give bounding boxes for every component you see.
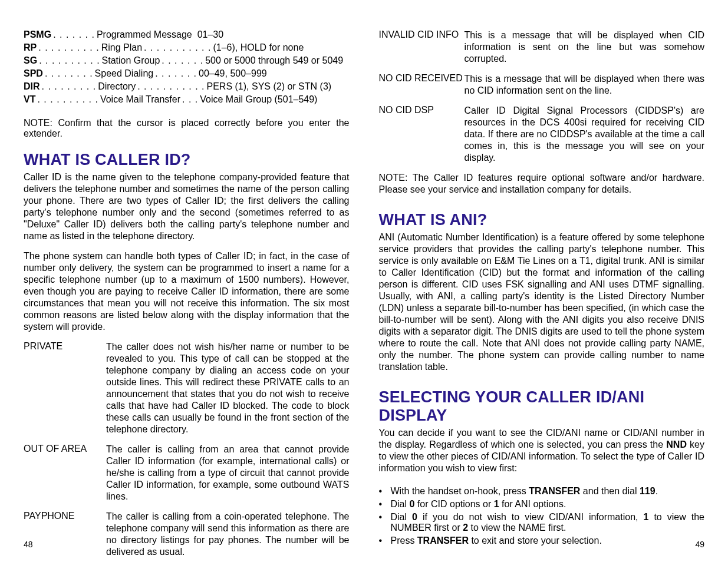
paragraph: Caller ID is the name given to the telep…: [24, 171, 350, 242]
code-val: (1–6), HOLD for none: [213, 42, 304, 53]
definition-text: The caller does not wish his/her name or…: [106, 341, 350, 435]
definition-row: INVALID CID INFO This is a message that …: [379, 29, 705, 65]
paragraph: ANI (Automatic Number Identification) is…: [379, 232, 705, 373]
text: Press: [391, 535, 417, 546]
heading-ani: WHAT IS ANI?: [379, 211, 705, 229]
dots: . . . . . . . . . . .: [144, 42, 211, 53]
dial-1: 1: [494, 499, 499, 509]
code-val: 00–49, 500–999: [199, 68, 267, 79]
page-number-left: 48: [24, 540, 33, 549]
code-val: 500 or 5000 through 549 or 5049: [205, 55, 343, 66]
code-row: DIR . . . . . . . . . Directory . . . . …: [24, 81, 350, 92]
definition-row: OUT OF AREA The caller is calling from a…: [24, 444, 350, 503]
dial-119: 119: [640, 486, 655, 496]
dial-2: 2: [463, 523, 468, 533]
left-column: PSMG . . . . . . . Programmed Message 01…: [24, 29, 350, 550]
definition-term: PAYPHONE: [24, 511, 106, 558]
heading-caller-id: WHAT IS CALLER ID?: [24, 151, 350, 169]
definition-text: Caller ID Digital Signal Processors (CID…: [465, 105, 705, 164]
dots: . . . . . . . . . .: [38, 42, 99, 53]
paragraph: The phone system can handle both types o…: [24, 250, 350, 333]
code-abbr: RP: [24, 42, 37, 53]
dots: . . . . . . . . . .: [37, 94, 98, 105]
code-abbr: SG: [24, 55, 37, 66]
code-abbr: PSMG: [24, 29, 51, 40]
page: PSMG . . . . . . . Programmed Message 01…: [0, 0, 728, 562]
definition-term: NO CID DSP: [379, 105, 465, 164]
dots: . . . . . . . . . . .: [137, 81, 205, 92]
dots: . . . . . . .: [162, 55, 203, 66]
text: .: [655, 486, 658, 496]
key-transfer: TRANSFER: [417, 535, 469, 546]
definition-text: The caller is calling from a coin-operat…: [106, 511, 350, 558]
code-abbr: VT: [24, 94, 35, 105]
text: Dial: [391, 512, 413, 522]
code-name: Directory: [98, 81, 136, 92]
code-row: PSMG . . . . . . . Programmed Message 01…: [24, 29, 350, 40]
dots: . . . . . . . .: [45, 68, 93, 79]
definition-text: This is a message that will be displayed…: [465, 73, 705, 97]
page-number-right: 49: [695, 540, 704, 549]
code-val: Voice Mail Group (501–549): [200, 94, 317, 105]
note-text: NOTE: Confirm that the cursor is placed …: [24, 118, 350, 139]
definition-text: This is a message that will be displayed…: [465, 29, 705, 65]
code-table: PSMG . . . . . . . Programmed Message 01…: [24, 29, 350, 107]
list-item: With the handset on-hook, press TRANSFER…: [379, 486, 705, 497]
text: for ANI options.: [499, 499, 566, 509]
definition-row: NO CID RECEIVED This is a message that w…: [379, 73, 705, 97]
text: to view the NAME first.: [468, 523, 566, 533]
heading-selecting-display: SELECTING YOUR CALLER ID/ANI DISPLAY: [379, 388, 705, 425]
definition-term: OUT OF AREA: [24, 444, 106, 503]
paragraph: You can decide if you want to see the CI…: [379, 427, 705, 474]
definition-row: NO CID DSP Caller ID Digital Signal Proc…: [379, 105, 705, 164]
dots: . . . . . . . . . .: [39, 55, 100, 66]
code-row: RP . . . . . . . . . . Ring Plan . . . .…: [24, 42, 350, 53]
code-row: SG . . . . . . . . . . Station Group . .…: [24, 55, 350, 66]
list-item: Dial 0 if you do not wish to view CID/AN…: [379, 512, 705, 533]
code-name: Voice Mail Transfer: [100, 94, 180, 105]
text: You can decide if you want to see the CI…: [379, 428, 705, 449]
text: Dial: [391, 499, 410, 509]
code-name: Ring Plan: [101, 42, 142, 53]
key-transfer: TRANSFER: [529, 486, 580, 496]
definition-term: INVALID CID INFO: [379, 29, 465, 65]
right-column: INVALID CID INFO This is a message that …: [379, 29, 705, 550]
code-row: VT . . . . . . . . . . Voice Mail Transf…: [24, 94, 350, 105]
dial-0: 0: [412, 512, 417, 522]
definition-term: PRIVATE: [24, 341, 106, 435]
code-abbr: DIR: [24, 81, 40, 92]
list-item: Press TRANSFER to exit and store your se…: [379, 535, 705, 546]
code-abbr: SPD: [24, 68, 43, 79]
text: for CID options or: [414, 499, 493, 509]
definition-row: PRIVATE The caller does not wish his/her…: [24, 341, 350, 435]
dots: . . . . . . .: [53, 29, 95, 40]
code-val: 01–30: [197, 29, 224, 40]
code-name: Speed Dialing: [95, 68, 154, 79]
code-val: PERS (1), SYS (2) or STN (3): [207, 81, 332, 92]
dots: . . .: [182, 94, 198, 105]
code-name: Programmed Message: [97, 29, 192, 40]
text: With the handset on-hook, press: [391, 486, 529, 496]
text: if you do not wish to view CID/ANI infor…: [417, 512, 644, 522]
definition-list: INVALID CID INFO This is a message that …: [379, 29, 705, 172]
text: and then dial: [580, 486, 640, 496]
code-row: SPD . . . . . . . . Speed Dialing . . . …: [24, 68, 350, 79]
definition-term: NO CID RECEIVED: [379, 73, 465, 97]
list-item: Dial 0 for CID options or 1 for ANI opti…: [379, 499, 705, 510]
definition-row: PAYPHONE The caller is calling from a co…: [24, 511, 350, 558]
dots: . . . . . . . . .: [42, 81, 97, 92]
code-name: Station Group: [102, 55, 160, 66]
dots: . . . . . . .: [155, 68, 197, 79]
instruction-list: With the handset on-hook, press TRANSFER…: [379, 486, 705, 548]
definition-text: The caller is calling from an area that …: [106, 444, 350, 503]
definition-list: PRIVATE The caller does not wish his/her…: [24, 341, 350, 562]
note-text: NOTE: The Caller ID features require opt…: [379, 172, 705, 196]
text: to exit and store your selection.: [469, 535, 602, 546]
key-nnd: NND: [666, 439, 687, 449]
